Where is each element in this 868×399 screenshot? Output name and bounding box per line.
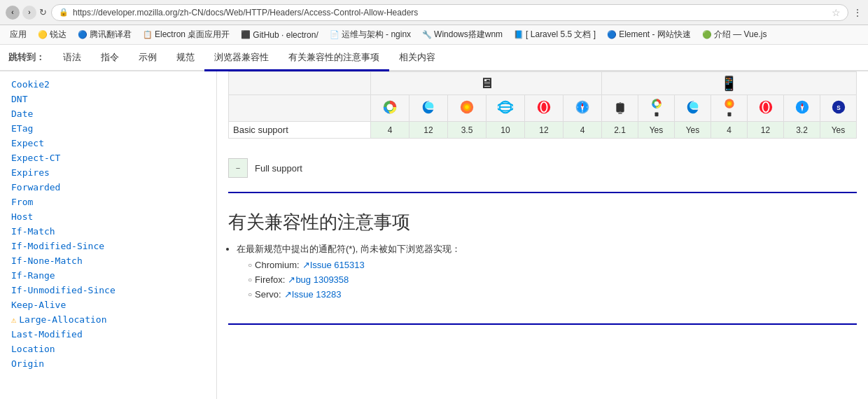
edge-mobile-header <box>675 95 711 122</box>
edge-mobile-value: Yes <box>675 122 711 139</box>
firefox-link[interactable]: ↗bug 1309358 <box>288 274 349 285</box>
bookmark-nginx[interactable]: 📄运维与架构 - nginx <box>326 27 415 42</box>
chrome-value: 4 <box>371 122 410 139</box>
sidebar-item-host[interactable]: Host <box>0 209 216 224</box>
notes-list: 在最新规范中提出的通配符(*), 尚未被如下浏览器实现： Chromium: ↗… <box>217 243 868 318</box>
content-area: 🖥 📱 <box>217 71 868 399</box>
nav-jump-label: 跳转到： <box>8 51 45 64</box>
legend-box-text: − <box>236 164 240 172</box>
sidebar-item-cookie2[interactable]: Cookie2 <box>0 77 216 92</box>
sidebar-item-location[interactable]: Location <box>0 342 216 356</box>
sidebar-item-dnt[interactable]: DNT <box>0 92 216 106</box>
tab-examples[interactable]: 示例 <box>129 46 167 71</box>
star-icon: ☆ <box>832 7 841 18</box>
sidebar-item-if-none-match[interactable]: If-None-Match <box>0 253 216 268</box>
samsung-value: Yes <box>820 122 857 139</box>
bookmark-vue[interactable]: 🟢介绍 — Vue.js <box>698 27 771 42</box>
bookmarks-bar: 应用 🟡锐达 🔵腾讯翻译君 📋Electron 桌面应用开 ⬛GitHub · … <box>0 25 868 45</box>
forward-button[interactable]: › <box>22 6 36 20</box>
bookmark-windows[interactable]: 🔧Windows搭建wnm <box>418 27 507 42</box>
tab-related[interactable]: 相关内容 <box>389 46 445 71</box>
firefox-android-value: 4 <box>711 122 748 139</box>
sidebar-item-expires[interactable]: Expires <box>0 165 216 180</box>
opera-header <box>525 95 564 122</box>
browser-controls: ‹ › ↻ <box>6 6 47 20</box>
chromium-link[interactable]: ↗Issue 615313 <box>302 260 365 270</box>
sub-item-servo: Servo: ↗Issue 13283 <box>248 289 857 300</box>
edge-header <box>410 95 448 122</box>
sidebar-item-last-modified[interactable]: Last-Modified <box>0 327 216 342</box>
svg-rect-20 <box>619 102 621 103</box>
bookmark-tencent[interactable]: 🔵腾讯翻译君 <box>74 27 136 42</box>
sidebar-item-if-modified-since[interactable]: If-Modified-Since <box>0 239 216 253</box>
sidebar-item-date[interactable]: Date <box>0 106 216 121</box>
ext-link-icon: ↗ <box>302 260 310 270</box>
firefox-android-header <box>711 95 748 122</box>
sidebar-item-origin[interactable]: Origin <box>0 356 216 371</box>
sidebar-item-expect[interactable]: Expect <box>0 136 216 150</box>
opera-value: 12 <box>525 122 564 139</box>
svg-point-21 <box>620 111 620 112</box>
ext-link-icon-servo: ↗ <box>284 289 292 300</box>
servo-link[interactable]: ↗Issue 13283 <box>284 289 342 300</box>
chromium-prefix: Chromium: <box>255 260 300 270</box>
bookmark-electron[interactable]: 📋Electron 桌面应用开 <box>139 27 234 42</box>
menu-icon[interactable]: ⋮ <box>853 7 862 18</box>
svg-point-27 <box>728 102 731 105</box>
tab-spec[interactable]: 规范 <box>167 46 204 71</box>
refresh-button[interactable]: ↻ <box>39 7 47 18</box>
browser-right-controls: ⋮ <box>853 7 862 18</box>
bookmark-apps[interactable]: 应用 <box>6 27 31 42</box>
address-bar[interactable]: 🔒 https://developer.mozilla.org/zh-CN/do… <box>51 4 848 21</box>
firefox-value: 3.5 <box>448 122 486 139</box>
firefox-prefix: Firefox: <box>255 274 285 285</box>
section-heading: 有关兼容性的注意事项 <box>217 199 868 243</box>
sidebar-item-large-allocation[interactable]: ⚠Large-Allocation <box>0 312 216 327</box>
compat-table-wrap: 🖥 📱 <box>217 71 868 150</box>
main-layout: Cookie2 DNT Date ETag Expect Expect-CT E… <box>0 71 868 399</box>
sidebar-item-expect-ct[interactable]: Expect-CT <box>0 150 216 165</box>
browser-bar: ‹ › ↻ 🔒 https://developer.mozilla.org/zh… <box>0 0 868 25</box>
tab-compat[interactable]: 浏览器兼容性 <box>204 46 279 71</box>
nav-tabs: 跳转到： 语法 指令 示例 规范 浏览器兼容性 有关兼容性的注意事项 相关内容 <box>0 45 868 71</box>
url-text: https://developer.mozilla.org/zh-CN/docs… <box>73 8 827 18</box>
safari-ios-header <box>784 95 820 122</box>
android-webview-header <box>602 95 638 122</box>
lock-icon: 🔒 <box>59 8 69 17</box>
sidebar-item-if-unmodified-since[interactable]: If-Unmodified-Since <box>0 283 216 298</box>
chrome-android-header <box>638 95 675 122</box>
bookmark-element[interactable]: 🔵Element - 网站快速 <box>603 27 695 42</box>
sub-item-chromium: Chromium: ↗Issue 615313 <box>248 260 857 270</box>
tab-syntax[interactable]: 语法 <box>53 46 91 71</box>
bookmark-laravel[interactable]: 📘[ Laravel 5.5 文档 ] <box>510 27 600 42</box>
chrome-android-value: Yes <box>638 122 675 139</box>
tab-directives[interactable]: 指令 <box>91 46 129 71</box>
sidebar-item-keep-alive[interactable]: Keep-Alive <box>0 298 216 312</box>
opera-android-header <box>748 95 784 122</box>
android-webview-value: 2.1 <box>602 122 638 139</box>
sub-item-firefox: Firefox: ↗bug 1309358 <box>248 274 857 285</box>
sidebar-item-if-range[interactable]: If-Range <box>0 268 216 283</box>
svg-point-24 <box>654 102 658 106</box>
ie-value: 10 <box>486 122 525 139</box>
sidebar-item-from[interactable]: From <box>0 195 216 209</box>
bookmark-ruida[interactable]: 🟡锐达 <box>34 27 71 42</box>
empty-header <box>229 72 371 95</box>
tab-compat-notes[interactable]: 有关兼容性的注意事项 <box>279 46 389 71</box>
svg-point-5 <box>465 105 469 109</box>
sidebar-item-etag[interactable]: ETag <box>0 121 216 136</box>
sub-list: Chromium: ↗Issue 615313 Firefox: ↗bug 13… <box>237 260 857 300</box>
edge-value: 12 <box>410 122 448 139</box>
safari-header <box>564 95 602 122</box>
bottom-divider <box>228 323 857 325</box>
sidebar-item-forwarded[interactable]: Forwarded <box>0 180 216 195</box>
svg-text:S: S <box>836 105 841 111</box>
feature-name: Basic support <box>229 122 371 139</box>
sidebar-item-if-match[interactable]: If-Match <box>0 224 216 239</box>
compat-table: 🖥 📱 <box>228 71 857 139</box>
table-row: Basic support 4 12 3.5 10 12 4 2.1 Yes Y… <box>229 122 857 139</box>
back-button[interactable]: ‹ <box>6 6 20 20</box>
ext-link-icon-firefox: ↗ <box>288 274 295 285</box>
safari-value: 4 <box>564 122 602 139</box>
bookmark-github[interactable]: ⬛GitHub · electron/ <box>237 29 322 41</box>
